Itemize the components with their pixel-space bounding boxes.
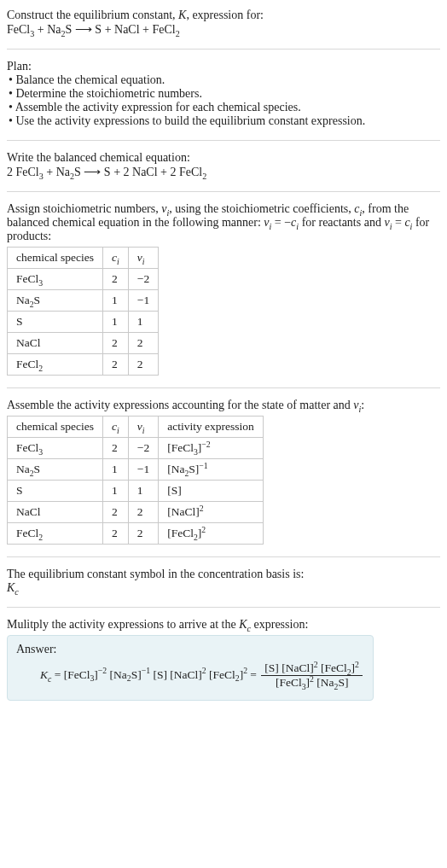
cell-species: S <box>8 481 103 502</box>
cell-species: FeCl3 <box>8 269 103 290</box>
cell-vi: 2 <box>128 354 158 376</box>
cell-activity: [Na2S]−1 <box>159 459 264 481</box>
cell-species: NaCl <box>8 333 103 354</box>
cell-ci: 2 <box>103 354 129 376</box>
cell-activity: [FeCl2]2 <box>159 523 264 545</box>
table-row: FeCl3 2 −2 <box>8 269 159 290</box>
cell-vi: 1 <box>128 481 158 502</box>
plan-bullet: • Determine the stoichiometric numbers. <box>7 87 440 101</box>
cell-ci: 2 <box>103 523 129 545</box>
prompt-section: Construct the equilibrium constant, K, e… <box>7 5 440 45</box>
table-row: NaCl 2 2 <box>8 333 159 354</box>
cell-ci: 1 <box>103 290 129 312</box>
plan-section: Plan: • Balance the chemical equation. •… <box>7 56 440 137</box>
kc-expression: Kc = [FeCl3]−2 [Na2S]−1 [S] [NaCl]2 [FeC… <box>16 661 364 690</box>
col-vi: νi <box>128 248 158 269</box>
kc-denominator: [FeCl3]2 [Na2S] <box>261 676 363 690</box>
cell-species: NaCl <box>8 502 103 523</box>
col-ci: ci <box>103 417 129 438</box>
cell-species: S <box>8 312 103 333</box>
balanced-equation: 2 FeCl3 + Na2S ⟶ S + 2 NaCl + 2 FeCl2 <box>7 165 440 179</box>
divider <box>7 607 440 608</box>
activity-table: chemical species ci νi activity expressi… <box>7 416 264 545</box>
cell-vi: 1 <box>128 312 158 333</box>
stoich-table: chemical species ci νi FeCl3 2 −2 Na2S 1… <box>7 247 159 376</box>
cell-species: Na2S <box>8 459 103 481</box>
symbol-line: The equilibrium constant symbol in the c… <box>7 568 440 581</box>
divider <box>7 387 440 388</box>
table-row: FeCl3 2 −2 [FeCl3]−2 <box>8 438 264 459</box>
answer-box: Answer: Kc = [FeCl3]−2 [Na2S]−1 [S] [NaC… <box>7 635 374 701</box>
cell-ci: 2 <box>103 502 129 523</box>
cell-vi: −1 <box>128 290 158 312</box>
table-row: Na2S 1 −1 <box>8 290 159 312</box>
cell-activity: [FeCl3]−2 <box>159 438 264 459</box>
activity-section: Assemble the activity expressions accoun… <box>7 395 440 553</box>
multiply-section: Mulitply the activity expressions to arr… <box>7 615 440 709</box>
cell-vi: −1 <box>128 459 158 481</box>
assign-section: Assign stoichiometric numbers, νi, using… <box>7 199 440 384</box>
table-row: S 1 1 <box>8 312 159 333</box>
cell-species: Na2S <box>8 290 103 312</box>
cell-species: FeCl3 <box>8 438 103 459</box>
table-row: FeCl2 2 2 [FeCl2]2 <box>8 523 264 545</box>
plan-bullet: • Balance the chemical equation. <box>7 73 440 87</box>
balanced-title: Write the balanced chemical equation: <box>7 151 440 165</box>
cell-ci: 1 <box>103 312 129 333</box>
balanced-section: Write the balanced chemical equation: 2 … <box>7 148 440 188</box>
col-activity: activity expression <box>159 417 264 438</box>
cell-ci: 1 <box>103 481 129 502</box>
multiply-line: Mulitply the activity expressions to arr… <box>7 618 440 632</box>
cell-ci: 2 <box>103 438 129 459</box>
assign-text: Assign stoichiometric numbers, νi, using… <box>7 202 440 243</box>
plan-bullet: • Assemble the activity expression for e… <box>7 101 440 114</box>
cell-activity: [NaCl]2 <box>159 502 264 523</box>
plan-title: Plan: <box>7 60 440 73</box>
cell-activity: [S] <box>159 481 264 502</box>
table-row: FeCl2 2 2 <box>8 354 159 376</box>
kc-symbol: Kc <box>7 581 440 595</box>
cell-ci: 2 <box>103 333 129 354</box>
col-ci: ci <box>103 248 129 269</box>
col-vi: νi <box>128 417 158 438</box>
table-header-row: chemical species ci νi <box>8 248 159 269</box>
plan-bullet: • Use the activity expressions to build … <box>7 114 440 128</box>
col-species: chemical species <box>8 248 103 269</box>
divider <box>7 49 440 50</box>
kc-fraction: [S] [NaCl]2 [FeCl2]2 [FeCl3]2 [Na2S] <box>261 661 363 690</box>
symbol-section: The equilibrium constant symbol in the c… <box>7 564 440 603</box>
cell-vi: 2 <box>128 502 158 523</box>
cell-ci: 2 <box>103 269 129 290</box>
divider <box>7 556 440 557</box>
cell-vi: −2 <box>128 269 158 290</box>
col-species: chemical species <box>8 417 103 438</box>
table-row: NaCl 2 2 [NaCl]2 <box>8 502 264 523</box>
activity-title: Assemble the activity expressions accoun… <box>7 399 440 412</box>
unbalanced-equation: FeCl3 + Na2S ⟶ S + NaCl + FeCl2 <box>7 22 440 37</box>
divider <box>7 191 440 192</box>
cell-species: FeCl2 <box>8 523 103 545</box>
divider <box>7 140 440 141</box>
cell-vi: 2 <box>128 333 158 354</box>
cell-ci: 1 <box>103 459 129 481</box>
answer-label: Answer: <box>16 643 364 656</box>
cell-vi: −2 <box>128 438 158 459</box>
table-header-row: chemical species ci νi activity expressi… <box>8 417 264 438</box>
cell-species: FeCl2 <box>8 354 103 376</box>
table-row: Na2S 1 −1 [Na2S]−1 <box>8 459 264 481</box>
cell-vi: 2 <box>128 523 158 545</box>
prompt-line1: Construct the equilibrium constant, K, e… <box>7 9 440 22</box>
table-row: S 1 1 [S] <box>8 481 264 502</box>
